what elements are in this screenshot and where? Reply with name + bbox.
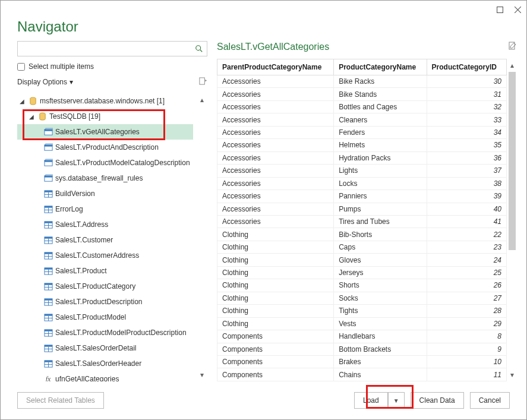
table-cell: Clothing [217, 228, 334, 241]
table-row[interactable]: ComponentsHandlebars8 [217, 330, 507, 343]
tree-item[interactable]: SalesLT.ProductModelProductDescription [17, 325, 193, 340]
display-options-dropdown[interactable]: Display Options ▾ [17, 78, 73, 86]
table-cell: 40 [427, 203, 506, 215]
select-related-button[interactable]: Select Related Tables [17, 392, 104, 409]
table-row[interactable]: AccessoriesTires and Tubes41 [217, 215, 507, 228]
close-icon[interactable] [513, 5, 522, 14]
load-button[interactable]: Load [354, 392, 388, 409]
tree-item[interactable]: SalesLT.Address [17, 217, 193, 232]
maximize-icon[interactable] [496, 5, 504, 14]
preview-scrollbar[interactable]: ▴ ▾ [507, 59, 517, 381]
table-row[interactable]: AccessoriesHelmets35 [217, 139, 507, 151]
tree-label: SalesLT.SalesOrderDetail [55, 344, 137, 352]
scroll-up-icon[interactable]: ▴ [510, 61, 514, 70]
table-cell: Clothing [217, 292, 334, 304]
table-row[interactable]: ClothingShorts26 [217, 279, 507, 292]
scroll-up-icon[interactable]: ▴ [200, 96, 204, 104]
tree-label: SalesLT.vProductAndDescription [55, 143, 159, 151]
tree-item[interactable]: SalesLT.Product [17, 263, 193, 279]
load-dropdown[interactable]: ▼ [388, 392, 405, 409]
svg-rect-21 [44, 190, 52, 192]
table-row[interactable]: ComponentsBrakes10 [217, 355, 507, 368]
tree-item[interactable]: SalesLT.ProductCategory [17, 279, 193, 294]
svg-rect-61 [44, 345, 52, 346]
table-row[interactable]: ClothingTights28 [217, 305, 507, 317]
tree-label: SalesLT.Address [55, 220, 108, 229]
tree-scrollbar[interactable]: ▴ ▾ [197, 93, 207, 381]
table-row[interactable]: ClothingVests29 [217, 317, 507, 330]
table-row[interactable]: AccessoriesLights37 [217, 165, 507, 177]
table-row[interactable]: ComponentsBottom Brackets9 [217, 343, 507, 355]
table-cell: Cleaners [334, 113, 427, 126]
tree-item[interactable]: ErrorLog [17, 201, 193, 217]
tree-item[interactable]: SalesLT.ProductDescription [17, 294, 193, 310]
table-row[interactable]: AccessoriesLocks38 [217, 177, 507, 190]
tree-server[interactable]: ◢msftestserver.database.windows.net [1] [17, 93, 193, 109]
table-cell: Accessories [217, 165, 334, 177]
tree-item[interactable]: SalesLT.ProductModel [17, 310, 193, 325]
clean-data-button[interactable]: Clean Data [411, 392, 464, 409]
table-row[interactable]: AccessoriesPumps40 [217, 203, 507, 215]
header: Navigator [1, 18, 526, 41]
table-cell: Fenders [334, 126, 427, 138]
search-input[interactable] [18, 42, 191, 56]
svg-rect-25 [44, 206, 52, 207]
tree-item[interactable]: SalesLT.Customer [17, 232, 193, 248]
tree-item[interactable]: SalesLT.SalesOrderHeader [17, 356, 193, 371]
table-row[interactable]: AccessoriesPanniers39 [217, 190, 507, 203]
tree-item[interactable]: SalesLT.CustomerAddress [17, 248, 193, 263]
tree-item[interactable]: SalesLT.vProductAndDescription [17, 140, 193, 155]
table-cell: 41 [427, 215, 506, 228]
tree-item[interactable]: SalesLT.SalesOrderDetail [17, 340, 193, 356]
table-cell: Pumps [334, 203, 427, 215]
scroll-down-icon[interactable]: ▾ [510, 371, 514, 379]
table-cell: Accessories [217, 215, 334, 228]
table-cell: Accessories [217, 190, 334, 203]
svg-rect-57 [44, 329, 52, 331]
column-header[interactable]: ProductCategoryName [334, 59, 427, 75]
tree-label: TestSQLDB [19] [49, 112, 100, 121]
table-row[interactable]: AccessoriesBike Racks30 [217, 75, 507, 88]
table-row[interactable]: ClothingSocks27 [217, 292, 507, 304]
table-row[interactable]: AccessoriesBike Stands31 [217, 88, 507, 100]
table-cell: 25 [427, 266, 506, 279]
tree-item[interactable]: fxufnGetAllCategories [17, 371, 193, 381]
search-box[interactable] [17, 41, 207, 56]
tree-item[interactable]: SalesLT.vProductModelCatalogDescription [17, 155, 193, 170]
navigator-dialog: Navigator Select multiple items Display … [0, 0, 527, 420]
svg-rect-16 [45, 159, 52, 160]
table-row[interactable]: ClothingGloves24 [217, 254, 507, 266]
scroll-down-icon[interactable]: ▾ [200, 371, 204, 379]
table-row[interactable]: ClothingJerseys25 [217, 266, 507, 279]
table-cell: Clothing [217, 266, 334, 279]
table-icon [43, 328, 53, 337]
table-row[interactable]: ClothingCaps23 [217, 241, 507, 253]
table-row[interactable]: AccessoriesBottles and Cages32 [217, 100, 507, 113]
table-row[interactable]: AccessoriesCleaners33 [217, 113, 507, 126]
tree-item[interactable]: BuildVersion [17, 186, 193, 201]
column-header[interactable]: ParentProductCategoryName [217, 59, 334, 75]
multi-select-checkbox[interactable] [17, 63, 25, 71]
titlebar [1, 1, 526, 18]
tree-database[interactable]: ◢TestSQLDB [19] [17, 109, 193, 124]
table-row[interactable]: AccessoriesHydration Packs36 [217, 151, 507, 164]
table-row[interactable]: ComponentsChains11 [217, 368, 507, 381]
table-row[interactable]: ClothingBib-Shorts22 [217, 228, 507, 241]
multi-select-row[interactable]: Select multiple items [17, 62, 207, 71]
table-cell: Bike Racks [334, 75, 427, 88]
edit-icon[interactable] [508, 41, 517, 53]
scroll-thumb[interactable] [509, 72, 516, 250]
cancel-button[interactable]: Cancel [470, 392, 510, 409]
preview-panel: SalesLT.vGetAllCategories ParentProductC… [217, 41, 517, 381]
refresh-icon[interactable] [198, 77, 207, 87]
svg-rect-5 [200, 78, 204, 84]
column-header[interactable]: ProductCategoryID [427, 59, 506, 75]
table-cell: Accessories [217, 203, 334, 215]
table-cell: Bib-Shorts [334, 228, 427, 241]
nav-tree[interactable]: ◢msftestserver.database.windows.net [1]◢… [17, 93, 197, 381]
table-row[interactable]: AccessoriesFenders34 [217, 126, 507, 138]
search-icon[interactable] [191, 42, 207, 56]
tree-label: SalesLT.CustomerAddress [55, 251, 139, 260]
tree-item[interactable]: sys.database_firewall_rules [17, 170, 193, 186]
tree-item[interactable]: SalesLT.vGetAllCategories [17, 124, 193, 140]
